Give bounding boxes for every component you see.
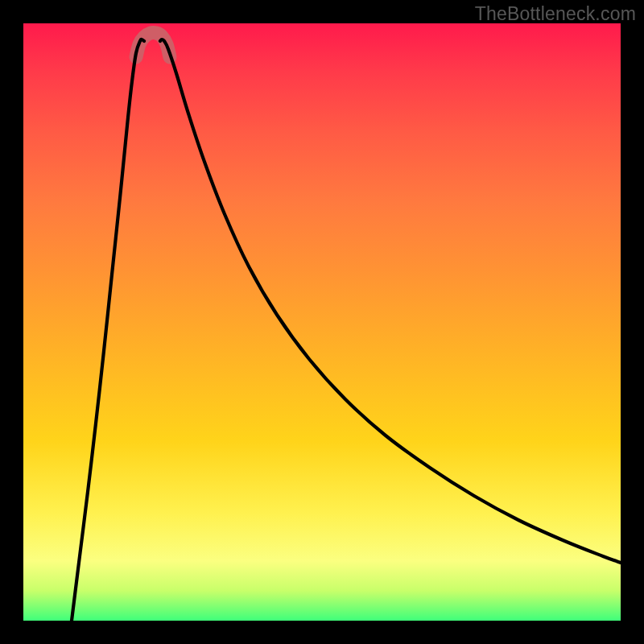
main-curve xyxy=(72,39,621,621)
watermark-text: TheBottleneck.com xyxy=(475,3,636,25)
chart-frame: TheBottleneck.com xyxy=(0,0,644,644)
curve-layer xyxy=(23,23,621,621)
plot-area xyxy=(23,23,621,621)
